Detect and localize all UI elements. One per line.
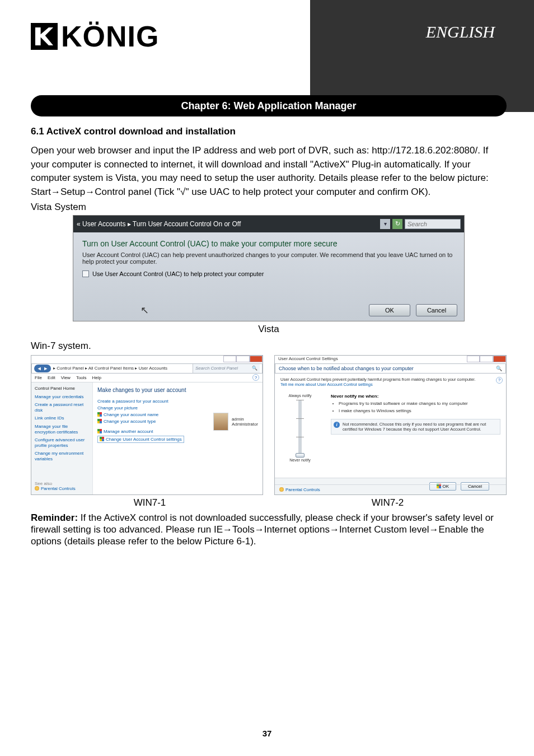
never-notify-heading: Never notify me when: xyxy=(331,394,378,399)
win7-1-main-heading: Make changes to your user account xyxy=(97,387,258,393)
refresh-icon[interactable]: ↻ xyxy=(392,219,402,229)
language-label: ENGLISH xyxy=(426,22,495,41)
win7-2-screenshot: User Account Control Settings Choose whe… xyxy=(274,355,507,495)
vista-uac-heading: Turn on User Account Control (UAC) to ma… xyxy=(82,239,455,248)
sidebar-link-profile[interactable]: Configure advanced user profile properti… xyxy=(35,437,89,448)
vista-checkbox-label: Use User Account Control (UAC) to help p… xyxy=(92,270,264,277)
not-recommended-infobox: Not recommended. Choose this only if you… xyxy=(331,419,500,435)
vista-caption: Vista xyxy=(31,324,507,335)
menu-tools[interactable]: Tools xyxy=(76,375,87,380)
window-controls[interactable] xyxy=(467,356,506,363)
cursor-icon: ↖ xyxy=(140,304,149,316)
search-icon[interactable]: 🔍 xyxy=(252,366,257,371)
win7-1-sidebar: Control Panel Home Manage your credentia… xyxy=(31,382,93,494)
win7-2-header-text: Choose when to be notified about changes… xyxy=(279,366,414,371)
link-manage-another[interactable]: Manage another account xyxy=(97,429,208,434)
slider-track[interactable] xyxy=(298,400,302,456)
link-change-picture[interactable]: Change your picture xyxy=(97,405,208,410)
vista-search-input[interactable] xyxy=(405,219,461,229)
win7-1-breadcrumb[interactable]: ▸ Control Panel ▸ All Control Panel Item… xyxy=(53,366,167,371)
page-number: 37 xyxy=(0,729,534,738)
never-bullet-2: I make changes to Windows settings xyxy=(339,408,500,413)
parental-controls-link[interactable]: Parental Controls xyxy=(35,486,89,491)
logo: KÖNIG xyxy=(31,20,159,53)
section-heading-6-1: 6.1 ActiveX control download and install… xyxy=(31,126,507,137)
parental-controls-link[interactable]: Parental Controls xyxy=(279,487,320,492)
account-role: Administrator xyxy=(232,422,258,427)
see-also-label: See also xyxy=(35,481,89,486)
menu-file[interactable]: File xyxy=(35,375,42,380)
win7-1-search[interactable]: Search Control Panel 🔍 xyxy=(193,364,260,373)
vista-titlebar: « User Accounts ▸ Turn User Account Cont… xyxy=(73,216,464,232)
win7-1-breadcrumb-bar: ◄ ► ▸ Control Panel ▸ All Control Panel … xyxy=(31,363,263,374)
checkbox-icon[interactable] xyxy=(82,270,89,277)
nav-back-forward-icon[interactable]: ◄ ► xyxy=(34,365,51,372)
sidebar-link-encryption[interactable]: Manage your file encryption certificates xyxy=(35,424,89,435)
account-info: admin Administrator xyxy=(213,399,258,445)
sidebar-link-credentials[interactable]: Manage your credentials xyxy=(35,394,89,400)
dropdown-icon[interactable]: ▾ xyxy=(380,219,390,229)
reminder-label: Reminder: xyxy=(31,512,78,523)
logo-k-icon xyxy=(31,23,58,50)
vista-breadcrumb[interactable]: « User Accounts ▸ Turn User Account Cont… xyxy=(77,220,241,228)
win7-1-menu: File Edit View Tools Help ? xyxy=(31,374,263,382)
win7-2-bottom-bar: Parental Controls xyxy=(275,484,506,494)
logo-text: KÖNIG xyxy=(61,20,159,53)
vista-ok-button[interactable]: OK xyxy=(369,304,410,316)
search-placeholder: Search Control Panel xyxy=(195,366,238,371)
vista-uac-checkbox-row[interactable]: Use User Account Control (UAC) to help p… xyxy=(82,270,455,277)
caption-win7-1: WIN7-1 xyxy=(31,497,269,508)
help-icon[interactable]: ? xyxy=(496,377,503,384)
account-name: admin xyxy=(232,417,258,422)
link-change-name[interactable]: Change your account name xyxy=(97,412,208,417)
vista-uac-desc: User Account Control (UAC) can help prev… xyxy=(82,251,455,265)
slider-label-bottom: Never notify xyxy=(280,458,320,462)
slider-label-top: Always notify xyxy=(280,394,320,398)
vista-search-area: ▾ ↻ xyxy=(380,219,461,229)
never-bullet-1: Programs try to install software or make… xyxy=(339,401,500,406)
menu-edit[interactable]: Edit xyxy=(48,375,55,380)
win7-system-label: Win-7 system. xyxy=(31,340,507,352)
uac-slider[interactable]: Always notify Never notify xyxy=(280,394,320,462)
window-controls[interactable] xyxy=(223,356,263,363)
reminder-text: If the ActiveX control is not downloaded… xyxy=(31,512,494,547)
search-icon[interactable]: 🔍 xyxy=(496,366,502,371)
link-change-type[interactable]: Change your account type xyxy=(97,419,208,424)
link-create-password[interactable]: Create a password for your account xyxy=(97,399,208,404)
caption-win7-2: WIN7-2 xyxy=(269,497,507,508)
win7-2-body: ? User Account Control helps prevent pot… xyxy=(275,374,506,478)
sidebar-link-env-vars[interactable]: Change my environment variables xyxy=(35,451,89,461)
avatar-icon xyxy=(213,413,228,431)
sidebar-link-online-ids[interactable]: Link online IDs xyxy=(35,416,89,421)
vista-cancel-button[interactable]: Cancel xyxy=(416,304,457,316)
win7-2-desc: User Account Control helps prevent poten… xyxy=(280,377,500,387)
vista-system-label: Vista System xyxy=(31,202,507,213)
intro-paragraph: Open your web browser and input the IP a… xyxy=(31,144,507,199)
uac-description-panel: Never notify me when: Programs try to in… xyxy=(331,394,500,462)
win7-1-main: Make changes to your user account Create… xyxy=(93,382,263,494)
reminder-paragraph: Reminder: If the ActiveX control is not … xyxy=(31,512,507,548)
menu-view[interactable]: View xyxy=(61,375,71,380)
win7-2-learn-more-link[interactable]: Tell me more about User Account Control … xyxy=(280,382,373,387)
control-panel-home[interactable]: Control Panel Home xyxy=(35,386,89,391)
help-icon[interactable]: ? xyxy=(252,374,259,381)
menu-help[interactable]: Help xyxy=(92,375,101,380)
chapter-title-band: Chapter 6: Web Application Manager xyxy=(31,95,507,116)
sidebar-link-password-reset[interactable]: Create a password reset disk xyxy=(35,402,89,413)
win7-2-window-title: User Account Control Settings xyxy=(278,356,338,361)
slider-thumb[interactable] xyxy=(296,453,305,458)
link-change-uac[interactable]: Change User Account Control settings xyxy=(97,436,184,443)
win7-1-screenshot: ◄ ► ▸ Control Panel ▸ All Control Panel … xyxy=(31,355,263,495)
vista-screenshot: « User Accounts ▸ Turn User Account Cont… xyxy=(73,215,465,321)
win7-2-header: Choose when to be notified about changes… xyxy=(275,363,506,374)
